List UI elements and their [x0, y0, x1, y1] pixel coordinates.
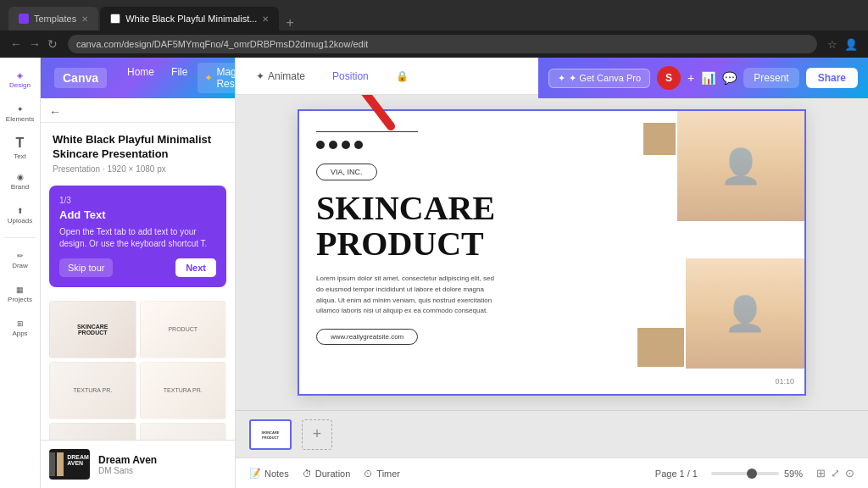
- slide-face-image-top: [677, 111, 804, 221]
- text-label: Text: [14, 152, 26, 160]
- style-info: Dream Aven DM Sans: [98, 454, 226, 475]
- app-layout: ◈ Design ✦ Elements T Text ◉ Brand ⬆ Upl…: [0, 58, 868, 488]
- uploads-label: Uploads: [8, 217, 32, 225]
- thumbnail-1-content: SKINCAREPRODUCT: [50, 302, 136, 358]
- tab-templates[interactable]: Templates ✕: [8, 7, 98, 30]
- main-left-panel: Canva Home File ✦ Magic Resize ← White B…: [41, 58, 236, 488]
- slide-title-line2: PRODUCT: [316, 225, 484, 263]
- slide-decorative-line: [316, 131, 418, 132]
- star-icon[interactable]: ☆: [827, 38, 837, 51]
- slide-description: Lorem ipsum dolor sit amet, consectetur …: [316, 274, 503, 317]
- thumbnail-5[interactable]: OUR SKIN CARE: [49, 423, 136, 440]
- user-icon[interactable]: 👤: [844, 38, 858, 51]
- face-image-bottom-content: [686, 258, 804, 369]
- zoom-percentage: 59%: [784, 469, 803, 479]
- canvas-frame[interactable]: ↻ VIA, INC.: [298, 109, 806, 396]
- sidebar-item-draw[interactable]: ✏ Draw: [5, 245, 36, 275]
- notes-label: Notes: [264, 469, 289, 479]
- tan-block-top: [643, 123, 676, 155]
- lock-button[interactable]: 🔒: [389, 67, 415, 86]
- animate-button[interactable]: ✦ Animate: [249, 67, 312, 86]
- forward-nav-button[interactable]: →: [29, 37, 41, 51]
- get-canva-pro-button[interactable]: ✦ ✦ Get Canva Pro: [548, 69, 650, 88]
- tour-title: Add Text: [59, 208, 216, 221]
- notes-button[interactable]: 📝 Notes: [249, 468, 289, 479]
- bar-chart-icon[interactable]: 📊: [701, 71, 715, 85]
- timer-icon: ⏲: [364, 469, 373, 479]
- tab-white-black[interactable]: White Black Playful Minimalist... ✕: [100, 7, 279, 30]
- sidebar-item-uploads[interactable]: ⬆ Uploads: [5, 200, 36, 230]
- home-menu-item[interactable]: Home: [120, 63, 161, 93]
- style-preview: DREAMAVEN: [49, 449, 90, 480]
- thumbnail-6[interactable]: GET YOUR SKIN: [140, 423, 227, 440]
- reload-nav-button[interactable]: ↻: [47, 37, 58, 51]
- address-input[interactable]: [68, 35, 817, 53]
- slide-timestamp: 01:10: [775, 377, 794, 385]
- sidebar-item-text[interactable]: T Text: [5, 132, 36, 163]
- next-tour-button[interactable]: Next: [175, 258, 216, 277]
- thumbnail-4-content: TEXTURA PR.: [141, 363, 226, 419]
- tab-close-white-black[interactable]: ✕: [262, 14, 269, 24]
- thumbnail-4[interactable]: TEXTURA PR.: [140, 362, 227, 419]
- sidebar-item-projects[interactable]: ▦ Projects: [5, 279, 36, 309]
- plus-icon[interactable]: +: [687, 71, 694, 85]
- present-button[interactable]: Present: [743, 68, 798, 88]
- thumbnail-1[interactable]: SKINCAREPRODUCT: [49, 301, 136, 358]
- tour-description: Open the Text tab to add text to your de…: [59, 226, 216, 250]
- style-preview-inner: DREAMAVEN: [49, 452, 90, 476]
- panel-nav: ←: [41, 98, 235, 123]
- add-slide-button[interactable]: +: [302, 419, 332, 450]
- new-tab-button[interactable]: +: [281, 15, 298, 30]
- zoom-slider[interactable]: 59%: [711, 469, 803, 479]
- panel-back-button[interactable]: ←: [49, 105, 61, 119]
- sidebar-item-elements[interactable]: ✦ Elements: [5, 98, 36, 129]
- left-icon-sidebar: ◈ Design ✦ Elements T Text ◉ Brand ⬆ Upl…: [0, 58, 41, 488]
- back-nav-button[interactable]: ←: [10, 37, 22, 51]
- tab-templates-label: Templates: [34, 14, 76, 24]
- sidebar-item-brand[interactable]: ◉ Brand: [5, 166, 36, 197]
- zoom-thumb[interactable]: [747, 469, 757, 479]
- timer-button[interactable]: ⏲ Timer: [364, 469, 400, 479]
- thumbnail-3-content: TEXTURA PR.: [50, 363, 136, 419]
- duration-button[interactable]: ⏱ Duration: [303, 469, 351, 479]
- brand-label: Brand: [11, 183, 29, 191]
- tan-block-bottom: [637, 328, 684, 367]
- duration-icon: ⏱: [303, 469, 312, 479]
- magic-resize-menu-item[interactable]: ✦ Magic Resize: [198, 63, 236, 93]
- share-button[interactable]: Share: [806, 68, 858, 88]
- slide-dot-4: [354, 141, 363, 149]
- top-toolbar: Canva Home File ✦ Magic Resize: [41, 58, 235, 98]
- thumbnail-2[interactable]: PRODUCT: [140, 301, 227, 358]
- apps-icon: ⊞: [17, 319, 24, 328]
- animate-label: Animate: [268, 70, 305, 82]
- fit-view-button[interactable]: ⊙: [845, 467, 854, 480]
- thumbnail-3[interactable]: TEXTURA PR.: [49, 362, 136, 419]
- comment-icon[interactable]: 💬: [722, 71, 737, 85]
- view-buttons: ⊞ ⤢ ⊙: [816, 467, 854, 480]
- user-avatar[interactable]: S: [657, 66, 681, 90]
- skip-tour-button[interactable]: Skip tour: [59, 258, 113, 277]
- template-style-section: DREAMAVEN Dream Aven DM Sans: [41, 440, 235, 488]
- tab-close-templates[interactable]: ✕: [81, 14, 88, 24]
- slide-left-content: VIA, INC. SKINCARE PRODUCT Lorem ipsum d…: [299, 111, 618, 394]
- sidebar-item-apps[interactable]: ⊞ Apps: [5, 313, 36, 343]
- zoom-track[interactable]: [711, 472, 779, 475]
- toolbar-menu: Home File ✦ Magic Resize: [120, 63, 236, 93]
- style-preview-text: DREAMAVEN: [65, 452, 90, 476]
- browser-chrome: Templates ✕ White Black Playful Minimali…: [0, 0, 868, 30]
- draw-label: Draw: [12, 262, 28, 269]
- expand-view-button[interactable]: ⤢: [831, 467, 840, 480]
- design-label: Design: [9, 81, 31, 89]
- slide-thumbnail-mini-1[interactable]: SKINCAREPRODUCT: [249, 419, 292, 450]
- slide-face-image-bottom: [686, 258, 804, 369]
- address-bar: ← → ↻ ☆ 👤: [0, 30, 868, 58]
- file-menu-item[interactable]: File: [164, 63, 194, 93]
- grid-view-button[interactable]: ⊞: [816, 467, 826, 480]
- sidebar-item-design[interactable]: ◈ Design: [5, 64, 36, 95]
- panel-subtitle: Presentation · 1920 × 1080 px: [53, 164, 223, 174]
- tab-white-black-label: White Black Playful Minimalist...: [125, 14, 257, 24]
- canvas-scroll-area[interactable]: ↻ VIA, INC.: [236, 95, 868, 410]
- sidebar-divider: [4, 237, 36, 238]
- position-button[interactable]: Position: [326, 67, 376, 86]
- style-strip-tan: [57, 452, 64, 476]
